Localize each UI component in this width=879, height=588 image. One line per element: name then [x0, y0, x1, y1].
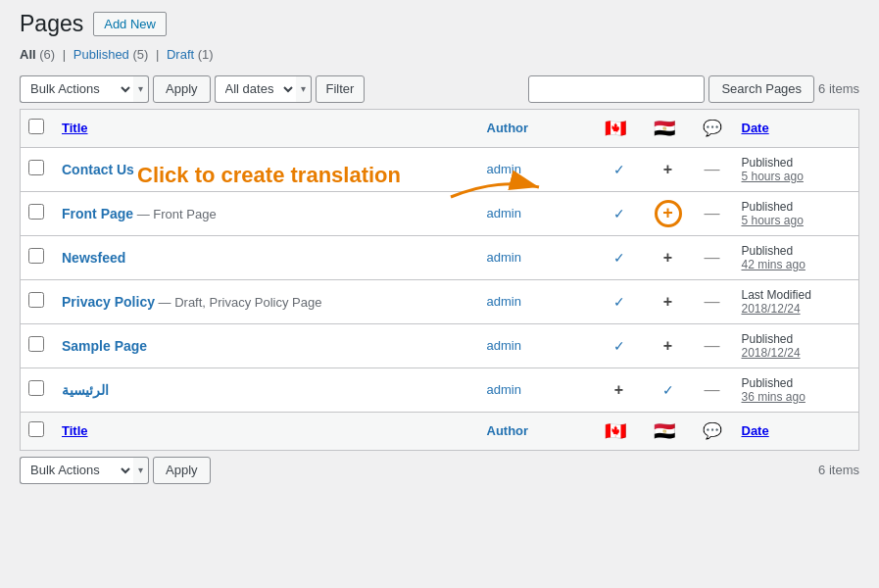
filter-draft[interactable]: Draft: [167, 47, 194, 62]
bulk-actions-select-bottom[interactable]: Bulk Actions Edit Move to Trash: [20, 457, 133, 484]
bulk-actions-arrow-top[interactable]: ▾: [133, 75, 149, 103]
row-checkbox-4[interactable]: [28, 336, 44, 352]
row-date-cell: Last Modified2018/12/24: [732, 279, 859, 323]
sort-title-link[interactable]: Title: [62, 121, 88, 135]
page-title-link[interactable]: Privacy Policy: [62, 294, 155, 310]
row-checkbox-cell: [21, 147, 53, 191]
checkmark-icon-2: ✓: [662, 382, 674, 398]
row-date-cell: Published36 mins ago: [732, 368, 859, 412]
add-new-button[interactable]: Add New: [93, 12, 167, 36]
page-title: Pages: [20, 10, 83, 39]
select-all-checkbox-top[interactable]: [28, 119, 44, 134]
filter-button-top[interactable]: Filter: [316, 75, 366, 103]
page-title-link[interactable]: الرئيسية: [62, 382, 109, 398]
author-link[interactable]: admin: [487, 294, 521, 309]
plus-icon[interactable]: +: [614, 381, 623, 398]
apply-button-bottom[interactable]: Apply: [153, 457, 211, 484]
date-label: Published: [742, 244, 850, 258]
header-checkbox-col: [21, 109, 53, 147]
row-title-cell: Sample Page: [52, 323, 477, 368]
date-arrow-top[interactable]: ▾: [296, 75, 312, 103]
date-sub[interactable]: 2018/12/24: [742, 346, 850, 360]
canada-flag-icon: 🇨🇦: [605, 119, 626, 138]
row-checkbox-3[interactable]: [28, 292, 44, 308]
row-checkbox-1[interactable]: [28, 204, 44, 220]
author-link[interactable]: admin: [487, 162, 521, 176]
date-sub[interactable]: 5 hours ago: [742, 214, 850, 227]
date-select-top[interactable]: All dates 2018/12: [215, 75, 296, 103]
header-flag2-col: 🇪🇬: [644, 109, 693, 147]
row-chat-cell: —: [693, 191, 732, 235]
egypt-flag-icon: 🇪🇬: [654, 119, 675, 138]
row-title-cell: الرئيسية: [52, 368, 477, 412]
bulk-actions-select-top[interactable]: Bulk Actions Edit Move to Trash: [20, 75, 133, 103]
row-checkbox-0[interactable]: [28, 160, 44, 175]
header-flag1-col: 🇨🇦: [595, 109, 644, 147]
row-author-cell: admin: [477, 147, 595, 191]
row-flag2-cell: +: [644, 147, 693, 191]
table-row: الرئيسيةadmin+✓—Published36 mins ago: [21, 368, 859, 412]
select-all-checkbox-bottom[interactable]: [28, 421, 44, 437]
row-date-cell: Published2018/12/24: [732, 323, 859, 368]
table-row: Sample Pageadmin✓+—Published2018/12/24: [21, 323, 859, 368]
author-link[interactable]: admin: [487, 206, 521, 220]
filter-nav: All (6) | Published (5) | Draft (1): [20, 47, 859, 62]
header-title-col: Title: [52, 109, 477, 147]
tablenav-left-bottom: Bulk Actions Edit Move to Trash ▾ Apply: [20, 457, 211, 484]
items-count-top: 6 items: [818, 81, 859, 96]
page-title-link[interactable]: Front Page: [62, 206, 133, 221]
row-title-cell: Front Page — Front Page: [52, 191, 477, 235]
row-title-cell: Newsfeed: [52, 235, 477, 279]
checkmark-icon: ✓: [613, 250, 625, 266]
page-title-link[interactable]: Sample Page: [62, 338, 147, 354]
date-sub[interactable]: 42 mins ago: [742, 258, 850, 271]
plus-circle-icon[interactable]: +: [655, 200, 682, 227]
footer-author-col: Author: [477, 412, 595, 450]
row-author-cell: admin: [477, 323, 595, 368]
apply-button-top[interactable]: Apply: [153, 75, 211, 103]
author-link[interactable]: admin: [487, 382, 521, 397]
plus-icon-2[interactable]: +: [663, 249, 672, 266]
published-count: (5): [132, 47, 148, 62]
plus-icon-2[interactable]: +: [663, 161, 672, 177]
header-chat-col: 💬: [693, 109, 732, 147]
sort-title-link-footer[interactable]: Title: [62, 423, 88, 438]
date-sub[interactable]: 2018/12/24: [742, 302, 850, 316]
row-flag2-cell: +: [644, 279, 693, 323]
date-label: Published: [742, 376, 850, 390]
items-count-bottom: 6 items: [818, 463, 859, 477]
page-title-link[interactable]: Newsfeed: [62, 250, 125, 266]
date-label: Published: [742, 200, 850, 214]
search-input[interactable]: [528, 75, 705, 103]
author-link[interactable]: admin: [487, 338, 521, 353]
checkmark-icon: ✓: [613, 338, 625, 354]
row-author-cell: admin: [477, 235, 595, 279]
row-checkbox-5[interactable]: [28, 380, 44, 396]
footer-author-label: Author: [487, 423, 529, 438]
table-container: Click to create translation Titl: [20, 109, 859, 451]
filter-published[interactable]: Published: [73, 47, 129, 62]
date-sub[interactable]: 5 hours ago: [742, 170, 850, 183]
row-chat-cell: —: [693, 323, 732, 368]
tablenav-right-top: Search Pages 6 items: [528, 75, 859, 103]
plus-icon-2[interactable]: +: [663, 293, 672, 310]
filter-all[interactable]: All: [20, 47, 36, 62]
date-sub[interactable]: 36 mins ago: [742, 390, 850, 404]
page-title-link[interactable]: Contact Us: [62, 162, 134, 177]
row-checkbox-2[interactable]: [28, 248, 44, 264]
row-author-cell: admin: [477, 368, 595, 412]
row-checkbox-cell: [21, 368, 53, 412]
footer-flag2-col: 🇪🇬: [644, 412, 693, 450]
bulk-actions-arrow-bottom[interactable]: ▾: [133, 457, 149, 484]
sort-date-link-footer[interactable]: Date: [742, 423, 769, 438]
sort-date-link[interactable]: Date: [742, 121, 769, 135]
bulk-select-top: Bulk Actions Edit Move to Trash ▾: [20, 75, 149, 103]
plus-icon-2[interactable]: +: [663, 337, 672, 354]
chat-icon: 💬: [703, 120, 722, 136]
bulk-select-bottom: Bulk Actions Edit Move to Trash ▾: [20, 457, 149, 484]
checkmark-icon: ✓: [613, 206, 625, 221]
row-chat-cell: —: [693, 368, 732, 412]
search-pages-button[interactable]: Search Pages: [708, 75, 814, 103]
row-author-cell: admin: [477, 279, 595, 323]
author-link[interactable]: admin: [487, 250, 521, 265]
